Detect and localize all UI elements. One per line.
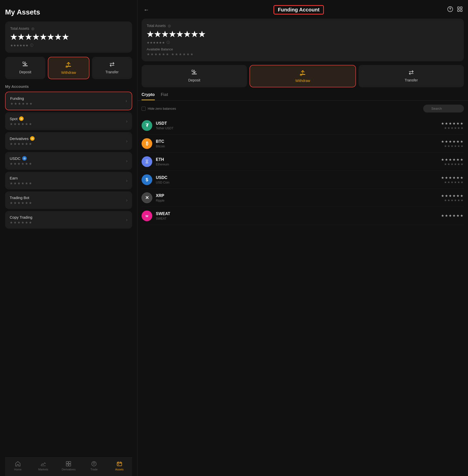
assets-label-right: Total Assets ◎ [147,24,459,28]
usdc-coin-name: USDC [156,175,441,180]
help-button[interactable] [447,6,453,14]
transfer-icon-left [108,61,116,68]
btc-balance: ★★★★★★ [441,139,464,144]
sweat-balance: ★★★★★★ [441,214,464,218]
account-item-funding[interactable]: Funding ★★★★★★ › [5,92,132,110]
info-icon-right[interactable]: ⓘ [167,40,170,45]
nav-assets[interactable]: Assets [107,461,132,471]
xrp-name: XRP [156,193,441,198]
chevron-right-earn: › [126,178,128,183]
btc-fullname: Bitcoin [156,145,441,148]
hide-zero-checkbox[interactable] [142,107,146,111]
assets-amount-left: ★★★★★★★★ [10,33,127,41]
xrp-balance: ★★★★★★ [441,194,464,198]
hide-balance-icon-left[interactable]: ◎ [31,26,34,31]
derivatives-icon: ⊙ [30,136,35,141]
back-button[interactable]: ← [143,6,150,14]
nav-derivatives[interactable]: Derivatives [56,461,81,471]
chevron-right-funding: › [126,98,127,104]
account-item-spot[interactable]: Spot ⊙ ★★★★★★ › [5,112,132,130]
coin-item-eth[interactable]: Ξ ETH Ethereum ★★★★★★ ★★★★★★ [142,153,464,171]
transfer-button-right[interactable]: Transfer [359,65,464,87]
deposit-button-left[interactable]: Deposit [5,57,45,79]
withdraw-icon-left [65,61,72,68]
deposit-button-right[interactable]: Deposit [142,65,247,87]
coin-item-xrp[interactable]: ✕ XRP Ripple ★★★★★★ ★★★★★★ [142,189,464,207]
account-item-usdc[interactable]: USDC ⊙ ★★★★★★ › [5,152,132,170]
coin-item-usdc[interactable]: $ USDC USD Coin ★★★★★★ ★★★★★★ [142,171,464,189]
eth-coin-icon: Ξ [142,156,152,167]
svg-rect-18 [192,70,193,72]
sweat-coin-icon: w [142,211,152,221]
bottom-nav: Home Markets Derivatives Trade [5,457,132,476]
right-panel-header: ← Funding Account [137,0,468,19]
eth-sub-balance: ★★★★★★ [441,162,464,166]
chevron-right-trading-bot: › [126,198,128,203]
hide-balance-icon-right[interactable]: ◎ [168,24,171,28]
eth-fullname: Ethereum [156,163,441,166]
svg-rect-0 [23,65,28,66]
hide-zero-container: Hide zero balances [142,107,176,111]
eth-balance: ★★★★★★ [441,158,464,162]
coin-item-sweat[interactable]: w SWEAT SWEAT ★★★★★★ [142,207,464,225]
svg-rect-15 [458,10,459,11]
tab-fiat[interactable]: Fiat [161,92,168,100]
funding-account-title: Funding Account [273,5,324,15]
spot-icon: ⊙ [19,116,24,121]
svg-point-12 [450,10,450,10]
scan-button[interactable] [457,6,463,14]
usdc-fullname: USD Coin [156,181,441,184]
coin-item-btc[interactable]: ₿ BTC Bitcoin ★★★★★★ ★★★★★★ [142,135,464,153]
assets-sub-left: ★★★★★★ ⓘ [10,43,127,48]
withdraw-button-right[interactable]: Withdraw [250,65,356,87]
deposit-icon-right [191,69,198,76]
trade-icon [91,461,97,467]
xrp-sub-balance: ★★★★★★ [441,199,464,202]
nav-markets[interactable]: Markets [31,461,56,471]
sweat-name: SWEAT [156,212,441,216]
help-icon [447,6,453,12]
tab-crypto[interactable]: Crypto [142,92,155,100]
scan-icon [457,6,463,12]
usdc-coin-icon: $ [142,174,152,185]
svg-rect-13 [458,7,459,9]
chevron-right-derivatives: › [126,138,128,144]
available-balance-label: Available Balance [147,47,459,51]
my-accounts-label: My Accounts [5,84,132,89]
crypto-fiat-tabs: Crypto Fiat [137,92,468,101]
account-item-trading-bot[interactable]: Trading Bot ★★★★★★ › [5,191,132,209]
search-input[interactable] [423,105,464,113]
svg-rect-6 [66,464,68,466]
withdraw-button-left[interactable]: Withdraw [48,57,89,79]
assets-sub-right: ★★★★★★ ⓘ [147,40,459,45]
account-item-derivatives[interactable]: Derivatives ⊙ ★★★★★★ › [5,132,132,150]
chevron-right-usdc: › [126,158,128,164]
svg-rect-7 [69,464,71,466]
assets-amount-right: ★★★★★★★★ [147,30,459,39]
transfer-icon-right [408,69,415,76]
usdc-balance: ★★★★★★ [441,176,464,180]
assets-icon [116,461,122,467]
coin-item-usdt[interactable]: ₮ USDT Tether USDT ★★★★★★ ★★★★★★ [142,117,464,135]
nav-home[interactable]: Home [5,461,31,471]
derivatives-nav-icon [65,461,72,467]
available-balance-value: ★★★★★★ ★★★★★★ [147,52,459,56]
btc-coin-icon: ₿ [142,138,152,149]
usdc-icon: ⊙ [22,156,27,161]
xrp-coin-icon: ✕ [142,192,152,203]
chevron-right-copy-trading: › [126,217,128,222]
info-icon-left[interactable]: ⓘ [30,43,33,48]
svg-rect-9 [117,462,122,466]
usdt-fullname: Tether USDT [156,127,441,130]
withdraw-icon-right [299,69,306,77]
transfer-button-left[interactable]: Transfer [92,57,132,79]
account-item-earn[interactable]: Earn ★★★★★★ › [5,172,132,189]
nav-trade[interactable]: Trade [81,461,107,471]
svg-rect-16 [460,10,462,11]
assets-card-right: Total Assets ◎ ★★★★★★★★ ★★★★★★ ⓘ Availab… [142,19,464,61]
btc-name: BTC [156,139,441,144]
account-item-copy-trading[interactable]: Copy Trading ★★★★★★ › [5,211,132,229]
svg-rect-5 [69,461,71,464]
filter-row: Hide zero balances 🔍 [137,105,468,113]
eth-name: ETH [156,157,441,162]
